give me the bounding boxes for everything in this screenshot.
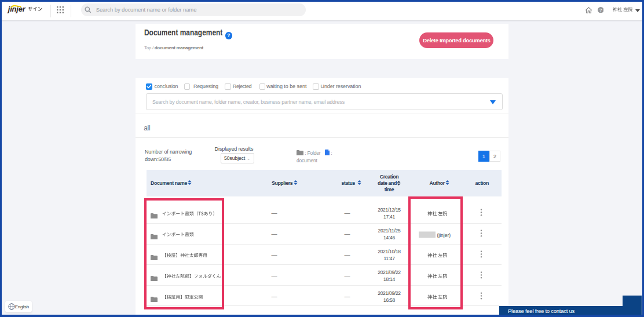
svg-text:?: ? bbox=[599, 8, 602, 13]
